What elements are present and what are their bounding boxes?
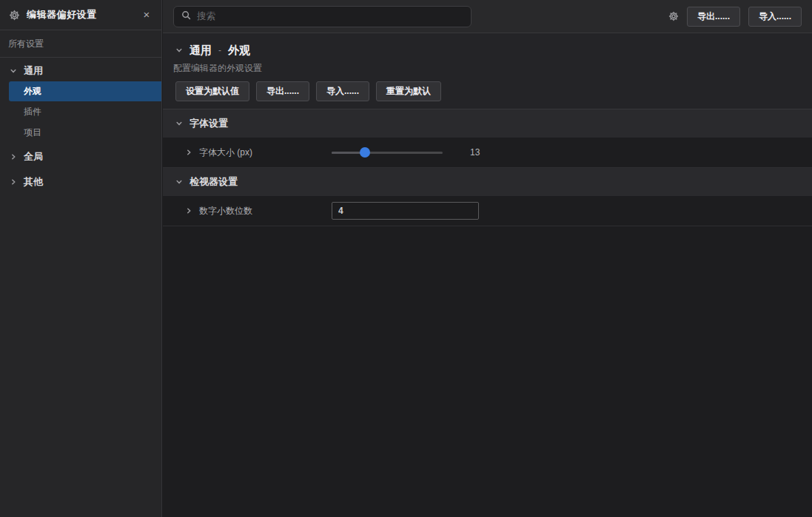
reset-to-default-button[interactable]: 重置为默认 xyxy=(376,81,441,101)
font-size-value: 13 xyxy=(470,147,480,158)
tree-item-label: 插件 xyxy=(24,106,41,118)
breadcrumb-parent: 通用 xyxy=(189,44,212,58)
export-button[interactable]: 导出...... xyxy=(687,7,740,27)
chevron-right-icon xyxy=(10,153,17,160)
page-header: 通用 - 外观 配置编辑器的外观设置 设置为默认值 导出...... 导入...… xyxy=(163,33,812,109)
export-button[interactable]: 导出...... xyxy=(256,81,309,101)
window-title: 编辑器偏好设置 xyxy=(27,8,141,21)
section-header-inspector-settings[interactable]: 检视器设置 xyxy=(163,168,812,196)
tree-item-general[interactable]: 通用 xyxy=(0,61,161,81)
tree-item-label: 外观 xyxy=(24,85,41,98)
slider-thumb[interactable] xyxy=(360,147,370,158)
sidebar: 编辑器偏好设置 × 所有设置 通用 外观 插件 项目 xyxy=(0,0,162,517)
action-buttons: 设置为默认值 导出...... 导入...... 重置为默认 xyxy=(173,81,802,101)
tree-item-project[interactable]: 项目 xyxy=(0,123,161,143)
gear-icon xyxy=(9,10,20,21)
setting-label: 数字小数位数 xyxy=(199,205,252,217)
section-header-font-settings[interactable]: 字体设置 xyxy=(163,109,812,138)
chevron-down-icon xyxy=(175,178,183,186)
setting-row-decimal-places: 数字小数位数 xyxy=(163,196,812,226)
chevron-right-icon xyxy=(10,178,17,186)
tree-item-label: 全局 xyxy=(24,150,43,163)
chevron-down-icon xyxy=(10,67,17,75)
sidebar-item-all-settings[interactable]: 所有设置 xyxy=(0,30,161,58)
import-button[interactable]: 导入...... xyxy=(316,81,369,101)
tree-item-plugins[interactable]: 插件 xyxy=(0,102,161,122)
chevron-right-icon[interactable] xyxy=(185,207,192,214)
gear-icon[interactable] xyxy=(668,11,679,21)
section-title: 检视器设置 xyxy=(189,175,238,189)
chevron-down-icon xyxy=(175,120,183,127)
import-button[interactable]: 导入...... xyxy=(748,7,802,27)
all-settings-label: 所有设置 xyxy=(8,38,44,50)
setting-row-font-size: 字体大小 (px) 13 xyxy=(163,138,812,168)
sidebar-header: 编辑器偏好设置 × xyxy=(0,0,161,30)
topbar-actions: 导出...... 导入...... xyxy=(668,7,802,27)
tree-item-label: 通用 xyxy=(24,64,43,78)
tree-item-label: 项目 xyxy=(24,126,41,139)
breadcrumb: 通用 - 外观 xyxy=(173,42,802,58)
topbar: 导出...... 导入...... xyxy=(163,0,812,33)
main-panel: 导出...... 导入...... 通用 - 外观 配置编辑器的外观设置 设置为… xyxy=(163,0,812,517)
breadcrumb-separator: - xyxy=(218,45,221,55)
font-size-slider[interactable] xyxy=(332,147,443,158)
setting-label: 字体大小 (px) xyxy=(199,146,252,159)
breadcrumb-current: 外观 xyxy=(228,44,250,58)
tree-item-other[interactable]: 其他 xyxy=(0,172,161,192)
chevron-right-icon[interactable] xyxy=(185,149,192,156)
section-title: 字体设置 xyxy=(189,117,228,130)
tree-item-appearance[interactable]: 外观 xyxy=(9,81,161,101)
decimal-places-input[interactable] xyxy=(332,202,479,220)
search-box[interactable] xyxy=(173,6,472,27)
tree-item-global[interactable]: 全局 xyxy=(0,146,161,167)
preferences-window: 编辑器偏好设置 × 所有设置 通用 外观 插件 项目 xyxy=(0,0,812,517)
empty-area xyxy=(163,226,812,513)
settings-tree: 通用 外观 插件 项目 全局 其他 xyxy=(0,58,161,192)
set-as-default-button[interactable]: 设置为默认值 xyxy=(175,81,249,101)
search-input[interactable] xyxy=(197,11,463,21)
page-description: 配置编辑器的外观设置 xyxy=(173,62,802,73)
search-icon xyxy=(181,10,191,23)
tree-item-label: 其他 xyxy=(24,175,43,189)
chevron-down-icon[interactable] xyxy=(175,47,183,54)
close-icon[interactable]: × xyxy=(141,9,152,21)
